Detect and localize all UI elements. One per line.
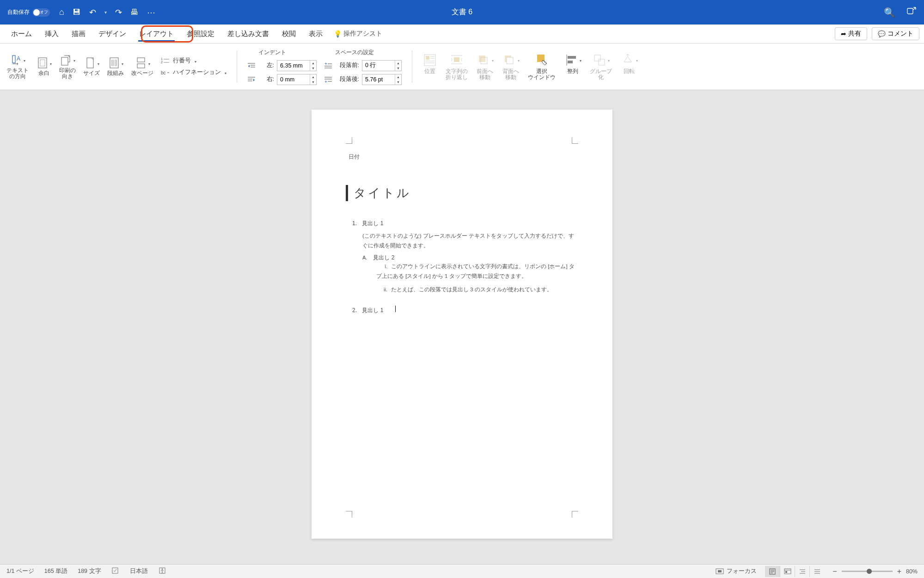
zoom-slider[interactable]	[842, 571, 893, 572]
spin-down-icon[interactable]: ▼	[395, 66, 401, 71]
hyphenation-button[interactable]: bc ハイフネーション	[161, 68, 226, 76]
indent-right-input[interactable]: ▲▼	[277, 74, 317, 85]
roman-list[interactable]: i.このアウトラインに表示されている文字列の書式は、リボンの [ホーム] タブ上…	[376, 262, 578, 294]
send-backward-label: 背面へ 移動	[502, 68, 519, 80]
comment-button[interactable]: 💬 コメント	[872, 27, 919, 40]
zoom-value[interactable]: 80%	[906, 568, 918, 575]
align-button[interactable]: 整列	[564, 53, 581, 74]
rotate-button[interactable]: 回転	[620, 53, 638, 74]
document-page[interactable]: 日付 タイトル 1. 見出し 1 (このテキストのような) プレースホルダー テ…	[312, 110, 612, 539]
send-backward-button[interactable]: 背面へ 移動	[502, 53, 520, 80]
orientation-button[interactable]: 印刷の 向き	[59, 54, 76, 80]
list-item[interactable]: ii.たとえば、この段落では見出し 3 のスタイルが使われています。	[376, 285, 578, 295]
zoom-out-button[interactable]: −	[832, 567, 837, 576]
spacing-before-input[interactable]: ▲▼	[362, 60, 402, 71]
home-icon[interactable]: ⌂	[59, 7, 64, 17]
accessibility-icon[interactable]	[158, 567, 166, 576]
spin-down-icon[interactable]: ▼	[310, 66, 316, 71]
draft-view-icon[interactable]	[809, 566, 824, 577]
line-numbers-button[interactable]: 12 行番号	[161, 57, 226, 65]
spacing-after-input[interactable]: ▲▼	[362, 74, 402, 85]
indent-left-icon	[247, 61, 256, 70]
redo-icon[interactable]: ↷	[115, 7, 122, 18]
focus-button[interactable]: フォーカス	[716, 567, 757, 575]
indent-left-input[interactable]: ▲▼	[277, 60, 317, 71]
sub-list[interactable]: A. 見出し 2 i.このアウトラインに表示されている文字列の書式は、リボンの …	[362, 254, 578, 294]
title-right: 🔍	[884, 6, 917, 18]
wrap-text-icon	[449, 53, 464, 68]
status-chars[interactable]: 189 文字	[78, 567, 101, 575]
zoom-in-button[interactable]: +	[897, 567, 901, 576]
selection-pane-label: 選択 ウインドウ	[528, 68, 556, 80]
text-direction-button[interactable]: A テキスト の方向	[6, 54, 29, 80]
document-date-field[interactable]: 日付	[349, 153, 578, 161]
document-title: 文書 6	[452, 7, 472, 17]
chevron-down-icon	[224, 69, 226, 76]
document-canvas[interactable]: 日付 タイトル 1. 見出し 1 (このテキストのような) プレースホルダー テ…	[0, 90, 924, 564]
wrap-text-button[interactable]: 文字列の 折り返し	[446, 53, 468, 80]
print-icon[interactable]: 🖶	[130, 7, 139, 17]
spin-up-icon[interactable]: ▲	[395, 61, 401, 66]
tab-review[interactable]: 校閲	[275, 25, 302, 43]
toggle-state: オフ	[40, 9, 48, 15]
list-item[interactable]: i.このアウトラインに表示されている文字列の書式は、リボンの [ホーム] タブ上…	[376, 262, 578, 281]
autosave-toggle[interactable]: 自動保存 オフ	[7, 8, 50, 17]
selection-pane-button[interactable]: 選択 ウインドウ	[528, 53, 556, 80]
tell-me-assist[interactable]: 💡 操作アシスト	[334, 30, 382, 38]
undo-icon[interactable]: ↶	[89, 7, 96, 18]
status-page[interactable]: 1/1 ページ	[6, 567, 34, 575]
spin-down-icon[interactable]: ▼	[310, 80, 316, 85]
list-item-text[interactable]: たとえば、この段落では見出し 3 のスタイルが使われています。	[391, 287, 552, 292]
more-icon[interactable]: ⋯	[147, 7, 155, 18]
body-paragraph[interactable]: (このテキストのような) プレースホルダー テキストをタップして入力するだけで、…	[362, 231, 578, 250]
spin-up-icon[interactable]: ▲	[310, 61, 316, 66]
tab-insert[interactable]: 挿入	[38, 25, 65, 43]
heading2-text[interactable]: 見出し 2	[373, 254, 394, 261]
tab-home[interactable]: ホーム	[5, 25, 38, 43]
tab-mail[interactable]: 差し込み文書	[221, 25, 275, 43]
outline-view-icon[interactable]	[795, 566, 809, 577]
tab-view[interactable]: 表示	[302, 25, 329, 43]
list-item-text[interactable]: このアウトラインに表示されている文字列の書式は、リボンの [ホーム] タブ上にあ…	[376, 264, 575, 279]
columns-button[interactable]: 段組み	[107, 56, 124, 76]
position-button[interactable]: 位置	[422, 53, 437, 74]
heading1-item[interactable]: 1. 見出し 1 (このテキストのような) プレースホルダー テキストをタップし…	[352, 220, 578, 295]
zoom-slider-knob[interactable]	[867, 569, 872, 574]
toggle-switch[interactable]: オフ	[32, 8, 50, 17]
spacing-before-row: 段落前: ▲▼	[324, 60, 402, 71]
outline-list[interactable]: 1. 見出し 1 (このテキストのような) プレースホルダー テキストをタップし…	[346, 220, 578, 314]
spin-up-icon[interactable]: ▲	[395, 74, 401, 80]
spin-up-icon[interactable]: ▲	[310, 74, 316, 80]
heading2-item[interactable]: A. 見出し 2 i.このアウトラインに表示されている文字列の書式は、リボンの …	[362, 254, 578, 294]
heading1-item[interactable]: 2. 見出し 1	[352, 306, 578, 314]
svg-rect-12	[137, 58, 145, 62]
bring-forward-button[interactable]: 前面へ 移動	[476, 53, 494, 80]
undo-dropdown-icon[interactable]: ▾	[104, 10, 107, 15]
status-language[interactable]: 日本語	[130, 567, 148, 575]
margins-icon	[36, 56, 49, 69]
svg-text:A: A	[17, 55, 20, 62]
indent-right-icon	[247, 75, 256, 84]
size-button[interactable]: サイズ	[83, 56, 100, 76]
spell-check-icon[interactable]	[111, 567, 120, 576]
share-button[interactable]: ➦ 共有	[835, 27, 867, 40]
tab-layout[interactable]: レイアウト	[133, 25, 180, 43]
heading1-text[interactable]: 見出し 1	[362, 220, 383, 227]
web-layout-view-icon[interactable]	[780, 566, 795, 577]
spin-down-icon[interactable]: ▼	[395, 80, 401, 85]
save-icon[interactable]: 💾︎	[73, 7, 81, 17]
margins-button[interactable]: 余白	[36, 56, 52, 76]
tab-design[interactable]: デザイン	[92, 25, 133, 43]
print-layout-view-icon[interactable]	[765, 566, 780, 577]
tab-references[interactable]: 参照設定	[180, 25, 221, 43]
breaks-button[interactable]: 改ページ	[131, 56, 153, 76]
heading1-text[interactable]: 見出し 1	[362, 307, 383, 314]
tab-draw[interactable]: 描画	[65, 25, 92, 43]
status-words[interactable]: 165 単語	[44, 567, 67, 575]
document-title-heading[interactable]: タイトル	[346, 185, 578, 201]
group-button[interactable]: グループ 化	[590, 53, 612, 80]
spacing-group: スペースの設定 段落前: ▲▼ 段落後: ▲▼	[324, 49, 402, 85]
ribbon-options-icon[interactable]	[906, 6, 917, 18]
view-buttons	[765, 566, 824, 577]
search-icon[interactable]: 🔍	[884, 7, 895, 18]
